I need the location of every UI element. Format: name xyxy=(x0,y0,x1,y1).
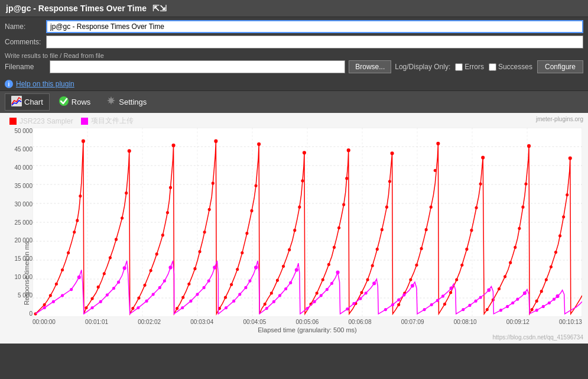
svg-point-168 xyxy=(295,268,298,271)
svg-point-156 xyxy=(213,265,216,269)
svg-point-87 xyxy=(333,246,336,249)
successes-checkbox[interactable] xyxy=(489,63,496,71)
tab-rows[interactable]: Rows xyxy=(52,93,98,111)
svg-point-97 xyxy=(371,264,374,267)
filename-input[interactable] xyxy=(50,60,345,73)
svg-point-205 xyxy=(556,294,560,298)
svg-point-41 xyxy=(115,238,118,241)
svg-point-149 xyxy=(91,306,94,309)
svg-point-119 xyxy=(527,144,531,148)
svg-point-193 xyxy=(430,303,433,306)
svg-point-145 xyxy=(117,281,120,284)
svg-point-63 xyxy=(181,296,184,299)
settings-tab-icon xyxy=(106,96,116,108)
svg-point-95 xyxy=(381,228,384,231)
svg-point-103 xyxy=(430,206,433,209)
svg-point-136 xyxy=(540,290,543,293)
errors-checkbox-label[interactable]: Errors xyxy=(455,63,484,71)
svg-point-207 xyxy=(548,302,551,305)
svg-point-175 xyxy=(330,282,333,285)
svg-point-71 xyxy=(230,283,233,286)
yaxis-35000: 35 000 xyxy=(3,183,33,189)
svg-point-56 xyxy=(214,140,217,143)
xaxis-title: Elapsed time (granularity: 500 ms) xyxy=(33,326,582,333)
svg-point-102 xyxy=(434,169,437,172)
svg-point-84 xyxy=(345,177,348,180)
comments-input[interactable] xyxy=(46,35,583,48)
svg-point-61 xyxy=(193,267,196,270)
svg-point-49 xyxy=(166,211,169,214)
svg-point-192 xyxy=(436,299,439,302)
svg-point-107 xyxy=(409,278,412,281)
successes-checkbox-label[interactable]: Successes xyxy=(489,63,532,71)
svg-point-57 xyxy=(212,182,215,184)
svg-point-116 xyxy=(455,278,458,281)
svg-point-99 xyxy=(360,291,363,294)
yaxis-45000: 45 000 xyxy=(3,146,33,153)
svg-point-133 xyxy=(554,251,557,254)
svg-rect-4 xyxy=(81,118,88,125)
chart-svg xyxy=(33,128,582,317)
yaxis-40000: 40 000 xyxy=(3,164,33,171)
svg-point-167 xyxy=(225,306,228,309)
browse-button[interactable]: Browse... xyxy=(349,60,391,73)
tabs-row: Chart Rows Settings xyxy=(0,90,588,113)
xaxis-0: 00:00:00 xyxy=(33,319,56,325)
name-row: Name: xyxy=(5,20,583,33)
svg-point-60 xyxy=(199,250,202,253)
legend-item-upload: 项目文件上传 xyxy=(80,116,134,126)
svg-point-28 xyxy=(82,140,85,143)
tab-chart[interactable]: Chart xyxy=(5,93,50,111)
svg-point-52 xyxy=(150,269,152,272)
svg-point-80 xyxy=(276,278,279,281)
svg-point-158 xyxy=(203,286,206,289)
xaxis-10: 00:10:13 xyxy=(559,319,582,325)
help-link[interactable]: Help on this plugin xyxy=(16,80,74,88)
svg-point-96 xyxy=(376,248,379,251)
svg-point-121 xyxy=(521,206,524,209)
window-title: jp@gc - Response Times Over Time xyxy=(6,4,147,13)
tab-settings-label: Settings xyxy=(119,98,147,106)
svg-point-50 xyxy=(161,234,164,237)
svg-point-134 xyxy=(550,265,553,268)
form-area: Name: Comments: Write results to file / … xyxy=(0,17,588,79)
tab-rows-label: Rows xyxy=(72,98,91,106)
xaxis-2: 00:02:02 xyxy=(138,319,161,325)
svg-point-110 xyxy=(481,156,485,159)
svg-point-124 xyxy=(509,261,512,264)
xaxis-labels: 00:00:00 00:01:01 00:02:02 00:03:04 00:0… xyxy=(33,317,582,325)
chart-legend: JSR223 Sampler 项目文件上传 xyxy=(9,116,134,126)
expand-icon[interactable]: ⇱⇲ xyxy=(152,4,167,13)
svg-point-131 xyxy=(562,215,565,218)
svg-point-165 xyxy=(238,293,241,296)
svg-point-174 xyxy=(336,271,340,274)
errors-label: Errors xyxy=(464,63,484,71)
svg-point-112 xyxy=(475,206,478,209)
svg-point-88 xyxy=(327,263,330,266)
svg-point-82 xyxy=(264,303,267,306)
svg-point-42 xyxy=(109,256,112,259)
tab-settings[interactable]: Settings xyxy=(99,93,153,111)
svg-point-101 xyxy=(436,142,440,145)
xaxis-7: 00:07:09 xyxy=(401,319,424,325)
svg-point-77 xyxy=(293,229,296,232)
svg-point-118 xyxy=(443,303,446,306)
info-icon: i xyxy=(5,80,13,88)
svg-point-98 xyxy=(366,278,369,281)
svg-point-76 xyxy=(298,206,301,209)
svg-point-173 xyxy=(265,307,268,310)
svg-point-58 xyxy=(208,208,211,211)
name-input[interactable] xyxy=(46,20,583,33)
configure-button[interactable]: Configure xyxy=(537,60,583,73)
svg-point-155 xyxy=(137,306,139,309)
svg-point-93 xyxy=(388,180,391,183)
title-bar: jp@gc - Response Times Over Time ⇱⇲ xyxy=(0,0,588,17)
svg-point-114 xyxy=(465,248,468,251)
svg-point-79 xyxy=(282,265,285,268)
xaxis-6: 00:06:08 xyxy=(349,319,372,325)
errors-checkbox[interactable] xyxy=(455,63,463,71)
svg-point-172 xyxy=(272,300,275,303)
svg-point-105 xyxy=(420,247,423,250)
yaxis-title: Response times in ms xyxy=(23,229,30,318)
svg-point-78 xyxy=(288,248,291,251)
